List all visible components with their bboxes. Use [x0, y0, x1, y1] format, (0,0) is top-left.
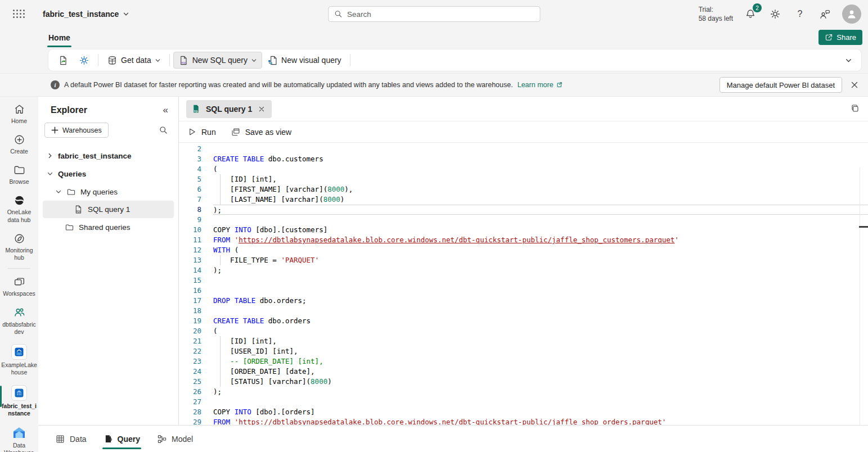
notifications-bell-icon[interactable]: 2	[743, 7, 758, 21]
code-line[interactable]: 25 [STATUS] [varchar](8000)	[179, 377, 868, 387]
line-number: 27	[179, 397, 201, 407]
code-line[interactable]: 16	[179, 286, 868, 296]
code-line[interactable]: 10COPY INTO [dbo].[customers]	[179, 225, 868, 235]
line-number: 14	[179, 265, 201, 275]
code-line[interactable]: 2	[179, 144, 868, 154]
new-sql-query-button[interactable]: SQL New SQL query	[173, 52, 262, 69]
tree-item-shared-queries[interactable]: Shared queries	[38, 218, 178, 236]
workspace-title-dropdown[interactable]: fabric_test_instance	[43, 10, 129, 19]
tree-item-warehouse-root[interactable]: fabric_test_instance	[38, 147, 178, 165]
banner-message: A default Power BI dataset for faster re…	[64, 81, 513, 89]
user-avatar[interactable]	[842, 4, 861, 24]
editor-scrollbar-track[interactable]	[860, 168, 860, 425]
code-line[interactable]: 28COPY INTO [dbo].[orders]	[179, 407, 868, 417]
tab-close-icon[interactable]	[257, 105, 266, 114]
rail-item-data-warehouse[interactable]: Data Warehouse	[0, 424, 38, 452]
rail-item-onelake-data-hub[interactable]: OneLake data hub	[0, 192, 38, 225]
editor-scrollbar-marker[interactable]	[859, 226, 868, 228]
line-number: 4	[179, 164, 201, 174]
search-placeholder: Search	[347, 10, 371, 19]
rail-item-create[interactable]: Create	[0, 132, 38, 157]
code-line[interactable]: 22 [USER_ID] [int],	[179, 346, 868, 356]
rail-item-examplelakehouse[interactable]: ExampleLakehouse	[0, 342, 38, 378]
save-as-view-button[interactable]: Save as view	[231, 127, 291, 137]
collapse-panel-icon[interactable]: «	[163, 105, 168, 116]
code-line[interactable]: 7 [LAST_NAME] [varchar](8000)	[179, 195, 868, 205]
sql-editor[interactable]: 23CREATE TABLE dbo.customers4(5 [ID] [in…	[179, 143, 868, 425]
line-number: 24	[179, 367, 201, 377]
code-line[interactable]: 3CREATE TABLE dbo.customers	[179, 154, 868, 164]
refresh-button[interactable]	[53, 52, 74, 69]
app-launcher-icon[interactable]	[0, 10, 38, 19]
get-data-button[interactable]: Get data	[102, 52, 166, 69]
data-grid-icon	[55, 434, 65, 444]
tab-data[interactable]: Data	[55, 426, 87, 452]
rail-item-browse[interactable]: Browse	[0, 162, 38, 187]
learn-more-link[interactable]: Learn more	[518, 81, 563, 89]
rail-item-home[interactable]: Home	[0, 101, 38, 126]
code-line[interactable]: 24 [ORDER_DATE] [date],	[179, 367, 868, 377]
code-line[interactable]: 4(	[179, 164, 868, 174]
save-as-view-icon	[231, 127, 241, 137]
code-line[interactable]: 5 [ID] [int],	[179, 174, 868, 184]
tab-query[interactable]: Query	[104, 426, 140, 452]
code-line[interactable]: 11FROM 'https://dbtlabsynapsedatalake.bl…	[179, 235, 868, 245]
code-line[interactable]: 29FROM 'https://dbtlabsynapsedatalake.bl…	[179, 417, 868, 425]
database-icon	[107, 55, 118, 66]
data-warehouse-product-icon	[12, 426, 26, 440]
code-line[interactable]: 20(	[179, 326, 868, 336]
toolbar-expand-chevron[interactable]	[840, 52, 857, 69]
code-line[interactable]: 12WITH (	[179, 245, 868, 255]
trial-status: Trial: 58 days left	[699, 5, 733, 23]
tab-model[interactable]: Model	[157, 426, 193, 452]
code-line[interactable]: 9	[179, 215, 868, 225]
chevron-down-icon	[47, 170, 53, 177]
run-button[interactable]: Run	[187, 127, 216, 137]
code-line[interactable]: 17DROP TABLE dbo.orders;	[179, 296, 868, 306]
copy-icon[interactable]	[850, 103, 860, 114]
rail-item-monitoring-hub[interactable]: Monitoring hub	[0, 230, 38, 263]
code-line[interactable]: 21 [ID] [int],	[179, 336, 868, 346]
add-warehouses-button[interactable]: Warehouses	[44, 123, 109, 138]
info-banner: i A default Power BI dataset for faster …	[0, 73, 868, 97]
code-line[interactable]: 8);	[179, 205, 868, 215]
model-diagram-icon	[157, 434, 167, 444]
share-button[interactable]: Share	[818, 30, 862, 45]
code-line[interactable]: 18	[179, 306, 868, 316]
code-line[interactable]: 23 -- [ORDER_DATE] [int],	[179, 356, 868, 367]
code-line[interactable]: 13 FILE_TYPE = 'PARQUET'	[179, 255, 868, 265]
code-line[interactable]: 19CREATE TABLE dbo.orders	[179, 316, 868, 326]
settings-gear-icon[interactable]	[768, 7, 782, 21]
query-tab-sql-query-1[interactable]: SQL SQL query 1	[186, 100, 272, 118]
refresh-document-icon	[58, 55, 69, 66]
query-document-icon	[104, 434, 113, 444]
rail-item-fabric-test-instance[interactable]: fabric_test_instance	[0, 383, 38, 419]
warehouse-icon	[11, 385, 27, 401]
tree-item-my-queries[interactable]: My queries	[38, 183, 178, 201]
new-visual-query-button[interactable]: New visual query	[262, 52, 347, 69]
code-line[interactable]: 6 [FIRST_NAME] [varchar](8000),	[179, 184, 868, 195]
feedback-icon[interactable]	[817, 7, 832, 21]
explorer-search-icon[interactable]	[159, 125, 168, 135]
toolbar-row: Get data SQL New SQL query New visual qu…	[0, 47, 868, 73]
code-line[interactable]: 14);	[179, 265, 868, 275]
folder-icon	[66, 187, 76, 197]
rail-item-workspaces[interactable]: Workspaces	[0, 274, 38, 299]
tree-item-queries[interactable]: Queries	[38, 165, 178, 183]
chevron-right-icon	[47, 152, 53, 159]
manage-dataset-button[interactable]: Manage default Power BI dataset	[719, 77, 842, 93]
tree-item-sql-query-1[interactable]: SQL SQL query 1	[43, 201, 174, 218]
search-input[interactable]: Search	[328, 6, 540, 22]
code-line[interactable]: 27	[179, 397, 868, 407]
code-line[interactable]: 26);	[179, 387, 868, 397]
line-number: 18	[179, 306, 201, 316]
code-line[interactable]: 15	[179, 275, 868, 286]
left-nav-rail: Home Create Browse OneLake data hub Moni…	[0, 97, 38, 452]
line-number: 23	[179, 356, 201, 367]
banner-close-icon[interactable]	[847, 77, 862, 93]
tab-home[interactable]: Home	[48, 28, 70, 47]
settings-button[interactable]	[74, 52, 95, 69]
rail-item-dbtlabsfabricdev[interactable]: dbtlabsfabricdev	[0, 304, 38, 337]
help-icon[interactable]: ?	[793, 7, 807, 21]
top-bar: fabric_test_instance Search Trial: 58 da…	[0, 0, 868, 28]
